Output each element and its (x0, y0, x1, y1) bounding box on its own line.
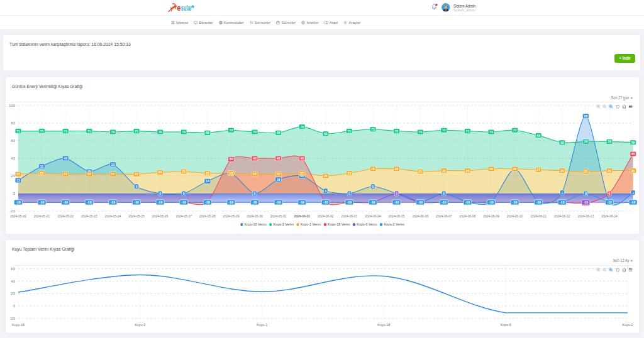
svg-text:-10: -10 (299, 200, 304, 204)
svg-text:Kuyu-16: Kuyu-16 (12, 323, 25, 327)
svg-text:Kuyu-2: Kuyu-2 (622, 323, 633, 327)
svg-text:-10: -10 (181, 200, 186, 204)
svg-text:25: 25 (182, 170, 186, 173)
svg-text:40: 40 (253, 156, 257, 160)
svg-text:69: 69 (277, 131, 280, 134)
svg-text:71: 71 (348, 129, 352, 133)
svg-text:26: 26 (631, 169, 635, 173)
svg-text:2024-06-08: 2024-06-08 (460, 214, 476, 218)
svg-text:0: 0 (13, 192, 16, 195)
svg-text:Kuyu-6: Kuyu-6 (501, 323, 511, 327)
svg-text:2024-06-04: 2024-06-04 (365, 214, 381, 218)
svg-text:2024-06-03: 2024-06-03 (341, 214, 358, 218)
svg-text:70: 70 (111, 130, 115, 134)
svg-text:15: 15 (16, 178, 20, 182)
svg-text:72: 72 (513, 128, 517, 132)
svg-text:2024-06-09: 2024-06-09 (483, 214, 499, 218)
svg-text:-20: -20 (9, 209, 15, 213)
svg-text:26: 26 (560, 169, 564, 173)
svg-text:-10: -10 (513, 200, 518, 204)
svg-text:2024-06-06: 2024-06-06 (412, 214, 428, 218)
svg-text:20: 20 (11, 292, 15, 295)
svg-text:100: 100 (9, 104, 16, 107)
svg-text:-10: -10 (205, 200, 210, 204)
svg-text:71: 71 (16, 129, 20, 133)
svg-text:-10: -10 (418, 200, 423, 204)
svg-text:Kuyu-3: Kuyu-3 (135, 323, 145, 327)
svg-text:23: 23 (348, 172, 352, 175)
svg-text:-10: -10 (252, 200, 257, 204)
svg-text:25: 25 (418, 170, 422, 173)
svg-text:0: 0 (13, 304, 16, 308)
svg-text:-10: -10 (16, 200, 21, 204)
svg-text:23: 23 (40, 172, 44, 175)
svg-text:2024-05-31: 2024-05-31 (270, 214, 287, 218)
svg-text:40: 40 (277, 156, 280, 160)
svg-text:2024-06-01: 2024-06-01 (294, 214, 310, 218)
svg-text:58: 58 (631, 141, 635, 144)
svg-text:76: 76 (300, 125, 304, 129)
svg-text:14: 14 (206, 179, 209, 183)
svg-text:31: 31 (40, 165, 44, 168)
svg-text:73: 73 (371, 128, 375, 131)
svg-text:23: 23 (230, 172, 233, 175)
svg-text:72: 72 (442, 128, 446, 132)
svg-text:23: 23 (206, 172, 209, 175)
svg-text:22: 22 (111, 172, 115, 176)
svg-text:60: 60 (11, 267, 15, 271)
svg-text:71: 71 (40, 129, 44, 133)
svg-text:70: 70 (158, 130, 162, 134)
svg-text:72: 72 (230, 128, 233, 132)
svg-text:2024-05-22: 2024-05-22 (57, 214, 74, 218)
svg-text:16: 16 (277, 178, 280, 182)
svg-text:-10: -10 (560, 200, 565, 204)
svg-text:2024-05-30: 2024-05-30 (247, 214, 263, 218)
svg-text:2024-05-20: 2024-05-20 (10, 214, 26, 218)
svg-text:23: 23 (300, 172, 304, 175)
svg-text:Kuyu-18: Kuyu-18 (377, 323, 390, 327)
svg-text:-10: -10 (323, 200, 328, 204)
svg-text:28: 28 (395, 167, 399, 171)
svg-text:22: 22 (135, 172, 138, 176)
svg-text:0: 0 (348, 192, 350, 195)
svg-text:71: 71 (87, 129, 91, 133)
svg-text:2024-06-13: 2024-06-13 (578, 214, 594, 218)
svg-text:-10: -10 (536, 200, 541, 204)
svg-text:68: 68 (324, 132, 328, 136)
svg-text:2024-05-23: 2024-05-23 (81, 214, 97, 218)
svg-text:40: 40 (11, 280, 15, 283)
svg-text:22: 22 (277, 172, 280, 176)
svg-text:e: e (177, 3, 180, 13)
svg-text:2024-06-07: 2024-06-07 (436, 214, 452, 218)
svg-text:-10: -10 (394, 200, 399, 204)
svg-text:0: 0 (585, 192, 587, 195)
svg-text:80: 80 (11, 121, 15, 125)
svg-text:24: 24 (158, 170, 162, 174)
svg-text:27: 27 (536, 168, 540, 172)
svg-text:-10: -10 (370, 200, 375, 204)
svg-text:-10: -10 (87, 200, 92, 204)
svg-text:71: 71 (395, 129, 399, 133)
svg-text:2024-06-11: 2024-06-11 (531, 214, 547, 218)
svg-text:71: 71 (466, 129, 470, 133)
svg-text:2024-06-14: 2024-06-14 (601, 214, 618, 218)
svg-text:2024-05-24: 2024-05-24 (105, 214, 121, 218)
svg-text:45: 45 (631, 152, 635, 156)
svg-text:-10: -10 (631, 200, 636, 204)
svg-text:8: 8 (372, 185, 374, 188)
svg-text:-10: -10 (465, 200, 470, 204)
svg-text:40: 40 (64, 156, 67, 160)
svg-text:40: 40 (300, 156, 304, 160)
svg-text:26: 26 (608, 169, 611, 173)
svg-text:0: 0 (159, 192, 161, 195)
svg-text:0: 0 (254, 192, 256, 195)
svg-text:28: 28 (513, 167, 517, 171)
svg-text:2024-05-27: 2024-05-27 (175, 214, 192, 218)
svg-text:2024-06-02: 2024-06-02 (318, 214, 334, 218)
svg-text:1: 1 (561, 191, 563, 195)
svg-text:22: 22 (16, 172, 20, 176)
svg-text:2024-06-10: 2024-06-10 (507, 214, 523, 218)
svg-text:-10: -10 (441, 200, 447, 204)
svg-text:2024-05-28: 2024-05-28 (199, 214, 216, 218)
svg-text:22: 22 (253, 172, 257, 176)
